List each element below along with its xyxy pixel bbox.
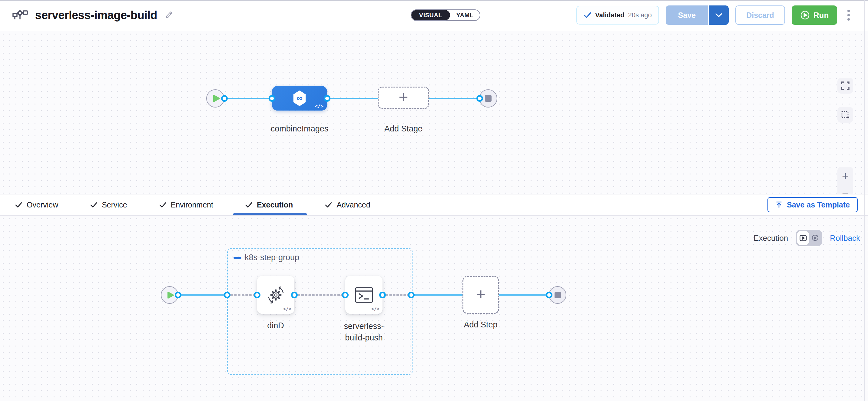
terminal-icon bbox=[355, 287, 373, 303]
execution-canvas[interactable]: Execution Rollback bbox=[0, 216, 868, 401]
step-name-label: serverless-build-push bbox=[339, 320, 389, 343]
pipeline-header: serverless-image-build VISUAL YAML Valid… bbox=[0, 0, 868, 30]
fit-to-screen-button[interactable] bbox=[837, 78, 853, 94]
connector-ring[interactable] bbox=[224, 292, 230, 298]
more-options-menu-icon[interactable] bbox=[845, 8, 851, 23]
validated-label: Validated bbox=[595, 11, 624, 19]
stage-config-tab-bar: Overview Service Environment Execution A… bbox=[0, 194, 868, 216]
link-start-to-group bbox=[178, 295, 227, 296]
step-group-name: k8s-step-group bbox=[245, 253, 299, 262]
connector-ring[interactable] bbox=[291, 292, 298, 298]
code-icon: </> bbox=[371, 306, 379, 312]
visual-yaml-toggle: VISUAL YAML bbox=[411, 9, 480, 21]
stop-icon bbox=[485, 95, 492, 102]
tab-label: Environment bbox=[171, 201, 213, 209]
collapse-group-icon[interactable] bbox=[234, 257, 241, 259]
rollback-link[interactable]: Rollback bbox=[830, 234, 860, 243]
add-step-label: Add Step bbox=[457, 319, 505, 331]
header-left: serverless-image-build bbox=[12, 0, 173, 30]
connector-ring[interactable] bbox=[269, 95, 275, 102]
plus-icon: + bbox=[399, 89, 408, 105]
rollback-icon bbox=[811, 235, 818, 242]
save-template-wrap: Save as Template bbox=[768, 194, 858, 215]
zoom-in-button[interactable]: + bbox=[837, 167, 853, 185]
yaml-toggle-button[interactable]: YAML bbox=[450, 10, 480, 20]
stage-type-hexagon-icon: ∞ bbox=[292, 91, 307, 106]
check-icon bbox=[245, 202, 252, 208]
rollback-mode-option[interactable] bbox=[809, 231, 821, 245]
validated-check-icon bbox=[584, 12, 591, 19]
tab-advanced[interactable]: Advanced bbox=[325, 194, 370, 215]
docker-in-docker-gear-icon bbox=[266, 285, 286, 305]
connector-ring[interactable] bbox=[379, 292, 386, 298]
plus-icon: + bbox=[476, 286, 486, 302]
check-icon bbox=[90, 202, 97, 208]
run-label: Run bbox=[813, 10, 829, 20]
upload-icon bbox=[775, 201, 783, 208]
link-serverless-to-groupend bbox=[386, 295, 409, 296]
link-start-to-stage bbox=[224, 98, 272, 99]
play-icon bbox=[167, 291, 174, 299]
select-area-button[interactable] bbox=[837, 107, 853, 123]
link-dind-to-serverless bbox=[298, 295, 343, 296]
execution-play-box-icon bbox=[800, 235, 807, 241]
check-icon bbox=[159, 202, 166, 208]
step-group-container[interactable] bbox=[227, 248, 412, 375]
connector-ring[interactable] bbox=[175, 292, 181, 298]
fullscreen-icon bbox=[841, 82, 849, 90]
link-group-to-dind bbox=[230, 295, 255, 296]
save-button[interactable]: Save bbox=[666, 5, 708, 25]
visual-toggle-button[interactable]: VISUAL bbox=[411, 10, 450, 20]
validation-status-badge[interactable]: Validated 20s ago bbox=[576, 6, 659, 25]
scrollbar-track[interactable] bbox=[864, 0, 865, 401]
step-node-serverless-build-push[interactable]: </> bbox=[345, 276, 382, 314]
check-icon bbox=[15, 202, 22, 208]
tab-overview[interactable]: Overview bbox=[15, 194, 58, 215]
active-tab-underline bbox=[233, 213, 307, 215]
play-icon bbox=[213, 94, 220, 102]
connector-ring[interactable] bbox=[324, 95, 331, 102]
validated-time: 20s ago bbox=[628, 11, 652, 19]
run-play-icon bbox=[800, 10, 810, 20]
tab-label: Execution bbox=[257, 201, 293, 209]
stop-icon bbox=[555, 292, 561, 298]
edit-title-icon[interactable] bbox=[164, 11, 173, 20]
save-options-button[interactable] bbox=[708, 5, 729, 25]
add-stage-button[interactable]: + bbox=[378, 87, 429, 109]
save-as-template-button[interactable]: Save as Template bbox=[768, 197, 858, 212]
connector-ring[interactable] bbox=[476, 95, 483, 102]
execution-mode-row: Execution Rollback bbox=[753, 229, 860, 247]
connector-ring[interactable] bbox=[221, 95, 228, 102]
connector-ring[interactable] bbox=[408, 292, 414, 298]
pipeline-title: serverless-image-build bbox=[35, 9, 157, 22]
step-name-label: dinD bbox=[251, 320, 300, 331]
pipeline-studio: serverless-image-build VISUAL YAML Valid… bbox=[0, 0, 868, 401]
code-icon: </> bbox=[315, 103, 323, 109]
tab-environment[interactable]: Environment bbox=[159, 194, 213, 215]
window-top-border bbox=[0, 0, 868, 1]
stage-name-label: combineImages bbox=[266, 123, 333, 134]
run-button[interactable]: Run bbox=[792, 5, 837, 25]
tab-execution[interactable]: Execution bbox=[245, 194, 293, 215]
pipeline-graph-icon bbox=[12, 8, 28, 22]
execution-mode-label: Execution bbox=[753, 234, 788, 243]
add-stage-label: Add Stage bbox=[373, 123, 434, 134]
stage-node-combineimages[interactable]: ∞ </> bbox=[272, 86, 327, 111]
link-group-to-addstep bbox=[411, 295, 462, 296]
tab-label: Advanced bbox=[337, 201, 370, 209]
connector-ring[interactable] bbox=[342, 292, 349, 298]
marquee-select-icon bbox=[841, 111, 849, 119]
tab-label: Service bbox=[102, 201, 127, 209]
add-step-button[interactable]: + bbox=[462, 276, 499, 314]
execution-mode-option[interactable] bbox=[797, 231, 809, 245]
connector-ring[interactable] bbox=[254, 292, 260, 298]
stage-canvas[interactable]: ∞ </> combineImages + Add Stage bbox=[0, 31, 868, 194]
execution-rollback-toggle[interactable] bbox=[796, 230, 822, 246]
header-actions: Validated 20s ago Save Discard bbox=[576, 0, 851, 30]
tab-label: Overview bbox=[27, 201, 58, 209]
discard-button[interactable]: Discard bbox=[735, 5, 785, 25]
tab-service[interactable]: Service bbox=[90, 194, 127, 215]
connector-ring[interactable] bbox=[546, 292, 552, 298]
check-icon bbox=[325, 202, 332, 208]
step-node-dind[interactable]: </> bbox=[257, 276, 294, 314]
